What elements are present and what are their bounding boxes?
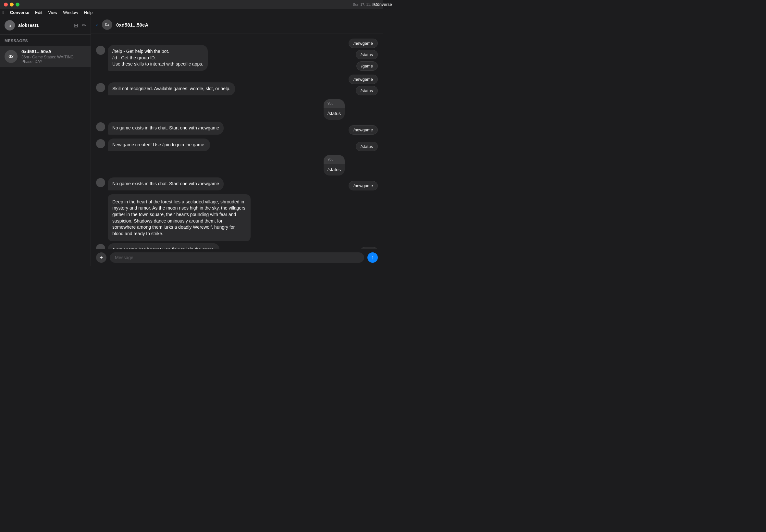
fullscreen-button[interactable] [16,3,19,6]
message-row-3: You /status No game exists in this chat.… [96,99,378,135]
add-attachment-button[interactable]: + [96,252,106,263]
msg3-quote-body: /status [323,108,345,120]
quick-reply-status-1[interactable]: /status [356,50,378,59]
quick-reply-newgame-3[interactable]: /newgame [348,125,378,135]
close-button[interactable] [4,3,8,6]
username-label: alokTest1 [18,23,39,28]
sidebar-user: a alokTest1 [5,20,39,30]
conversation-meta-1: 36m · Game Status: WAITING [21,55,86,59]
conversation-meta-2: Phase: DAY [21,59,86,64]
quick-reply-newgame-5[interactable]: /newgame [348,181,378,190]
edit-menu[interactable]: Edit [35,10,42,15]
message-row-2: Skill not recognized. Available games: w… [96,75,378,95]
msg5-quote-header: You [323,155,345,164]
back-button[interactable]: ‹ [96,21,98,28]
msg6-story-bubble: Deep in the heart of the forest lies a s… [108,194,250,242]
msg5-quote-body: /status [323,164,345,176]
send-icon: ↑ [371,255,374,260]
msg3-quoted-bubble: You /status [323,99,345,120]
chat-header-avatar: 0x [102,19,112,30]
msg3-response-bubble: No game exists in this chat. Start one w… [108,122,224,135]
user-avatar: a [5,20,15,30]
msg1-quick-replies: /newgame /status /game [348,39,378,71]
conversation-item[interactable]: 0x 0xd581...50eA 36m · Game Status: WAIT… [0,46,91,67]
traffic-lights [4,3,19,6]
chat-contact-name: 0xd581...50eA [116,22,148,28]
window-title: Converse [374,2,383,7]
chat-area: ‹ 0x 0xd581...50eA /help - Get help with… [91,16,383,266]
msg5-quoted-bubble: You /status [323,155,345,175]
input-area: + ↑ [91,249,383,266]
message-row-5: You /status No game exists in this chat.… [96,155,378,190]
quick-reply-newgame-1[interactable]: /newgame [348,39,378,48]
message-row-1: /help - Get help with the bot./id - Get … [96,39,378,71]
compose-icon[interactable]: ✏ [82,22,86,29]
msg3-quote-header: You [323,99,345,108]
grid-icon[interactable]: ⊞ [74,22,78,29]
messages-section-title: Messages [0,35,91,46]
msg4-bubble: New game created! Use /join to join the … [108,139,210,151]
window-menu[interactable]: Window [63,10,78,15]
msg6-response-avatar [96,244,105,249]
titlebar-left [4,3,19,6]
msg5-response-bubble: No game exists in this chat. Start one w… [108,177,224,190]
msg1-bubble: /help - Get help with the bot./id - Get … [108,45,208,71]
msg2-bubble: Skill not recognized. Available games: w… [108,82,235,95]
sidebar-icons: ⊞ ✏ [74,22,86,29]
quick-reply-newgame-2[interactable]: /newgame [348,75,378,84]
minimize-button[interactable] [10,3,14,6]
conversation-info: 0xd581...50eA 36m · Game Status: WAITING… [21,49,86,64]
quick-reply-status-4[interactable]: /status [356,142,378,151]
message-input[interactable] [110,252,364,263]
menu-bar:  Converse Edit View Window Help [0,9,383,16]
msg4-avatar [96,139,105,148]
message-row-4: New game created! Use /join to join the … [96,139,378,151]
msg5-response-avatar [96,178,105,187]
plus-icon: + [100,254,103,261]
msg1-avatar [96,46,105,55]
help-menu[interactable]: Help [84,10,93,15]
msg4-quick-replies: /status [356,142,378,151]
sidebar-header: a alokTest1 ⊞ ✏ [0,16,91,35]
msg5-quick-replies: /newgame [348,181,378,190]
messages-container[interactable]: /help - Get help with the bot./id - Get … [91,33,383,249]
msg3-quick-replies: /newgame [348,125,378,135]
titlebar: Converse Sun 17. 11. 8:40 [0,0,383,9]
app-menu[interactable]: Converse [10,10,29,15]
msg2-avatar [96,83,105,92]
conversation-name: 0xd581...50eA [21,49,86,54]
quick-reply-game-1[interactable]: /game [356,61,378,71]
msg2-quick-replies: /newgame /status [348,75,378,95]
conversation-avatar: 0x [5,50,18,63]
chat-header: ‹ 0x 0xd581...50eA [91,16,383,33]
send-button[interactable]: ↑ [367,252,378,263]
quick-reply-status-2[interactable]: /status [356,86,378,95]
apple-menu[interactable]:  [3,10,4,15]
message-row-6: Deep in the heart of the forest lies a s… [96,194,378,249]
sidebar: a alokTest1 ⊞ ✏ Messages 0x 0xd581...50e… [0,16,91,266]
view-menu[interactable]: View [48,10,57,15]
app-layout: a alokTest1 ⊞ ✏ Messages 0x 0xd581...50e… [0,16,383,266]
msg6-response-bubble: A new game has begun! Use /join to join … [108,243,219,249]
msg3-response-avatar [96,122,105,131]
